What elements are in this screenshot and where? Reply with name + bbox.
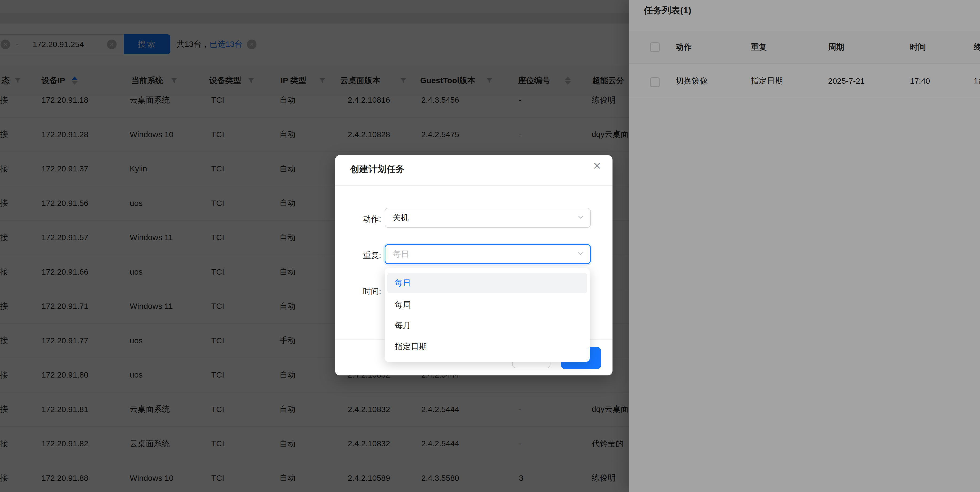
repeat-dropdown: 每日每周每月指定日期 <box>385 268 590 362</box>
action-select-value: 关机 <box>393 212 409 223</box>
chevron-down-icon <box>576 249 585 259</box>
screen: ✕ - 172.20.91.254 ✕ 搜索 共13台， 已选13台 ✕ 态设备… <box>0 0 980 492</box>
dropdown-option[interactable]: 每日 <box>387 273 587 293</box>
chevron-down-icon <box>576 213 585 223</box>
dropdown-option[interactable]: 每月 <box>387 315 587 336</box>
modal-title: 创建计划任务 <box>350 163 405 175</box>
dropdown-option[interactable]: 指定日期 <box>387 336 587 357</box>
dropdown-option[interactable]: 每周 <box>387 295 587 315</box>
repeat-select-placeholder: 每日 <box>393 249 409 260</box>
repeat-select[interactable]: 每日 <box>385 244 591 264</box>
time-label: 时间: <box>335 286 381 297</box>
close-icon[interactable]: ✕ <box>593 161 601 171</box>
repeat-label: 重复: <box>335 250 381 261</box>
modal-header-divider <box>335 185 612 186</box>
action-label: 动作: <box>335 214 381 225</box>
action-select[interactable]: 关机 <box>385 208 591 228</box>
